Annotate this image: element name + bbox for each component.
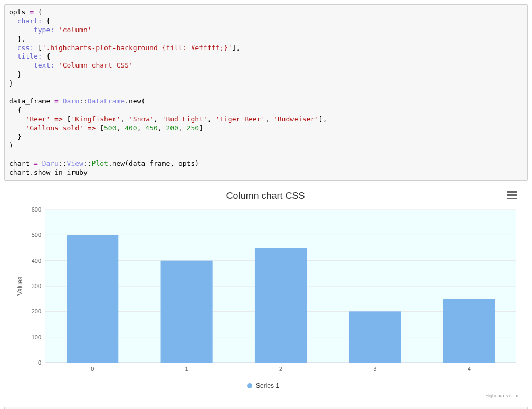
legend-label[interactable]: Series 1 xyxy=(256,382,279,389)
x-tick-label: 3 xyxy=(373,366,376,372)
chart-credits[interactable]: Highcharts.com xyxy=(485,393,518,398)
code-text: opts xyxy=(9,8,30,16)
column-chart: Column chart CSS0100200300400500600Value… xyxy=(10,188,521,400)
y-axis-label: Values xyxy=(16,277,24,296)
x-tick-label: 4 xyxy=(468,366,471,372)
output-cell: Column chart CSS0100200300400500600Value… xyxy=(4,182,528,402)
y-tick-label: 0 xyxy=(38,359,41,366)
code-cell[interactable]: opts = { chart: { type: 'column' }, css:… xyxy=(4,4,528,181)
y-tick-label: 400 xyxy=(32,258,41,264)
x-tick-label: 2 xyxy=(279,366,282,372)
y-tick-label: 500 xyxy=(32,232,41,238)
bar[interactable] xyxy=(349,311,401,363)
chart-container: Column chart CSS0100200300400500600Value… xyxy=(10,188,522,400)
x-tick-label: 1 xyxy=(185,366,188,372)
y-tick-label: 100 xyxy=(32,334,41,340)
y-tick-label: 200 xyxy=(32,308,41,315)
bar[interactable] xyxy=(161,261,213,363)
y-tick-label: 600 xyxy=(32,206,41,213)
x-tick-label: 0 xyxy=(91,366,94,372)
bar[interactable] xyxy=(443,299,495,363)
chart-title: Column chart CSS xyxy=(226,191,305,201)
bar[interactable] xyxy=(66,235,118,363)
bar[interactable] xyxy=(255,248,307,363)
y-tick-label: 300 xyxy=(32,283,41,289)
empty-code-cell[interactable] xyxy=(4,407,528,409)
legend-marker[interactable] xyxy=(247,383,252,388)
